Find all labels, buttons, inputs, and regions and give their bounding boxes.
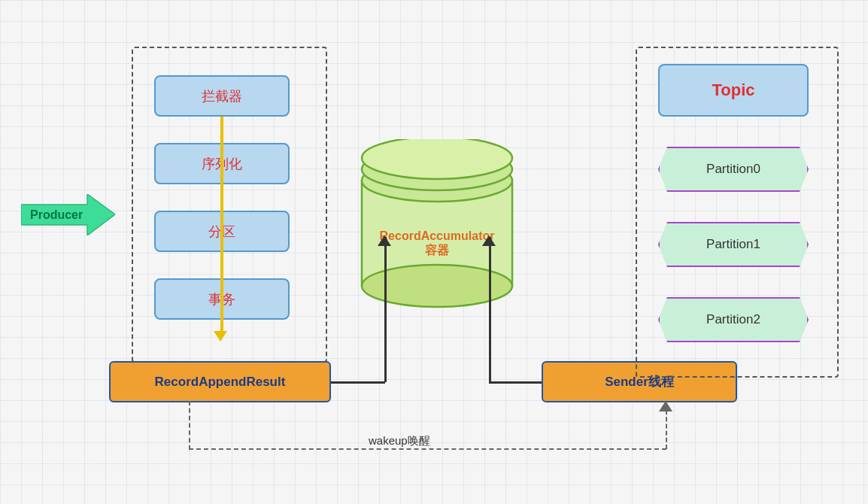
arrow-up-right-head <box>482 235 496 246</box>
wakeup-label: wakeup唤醒 <box>369 434 430 448</box>
svg-point-6 <box>362 139 512 179</box>
accumulator-cylinder: RecordAccumulator 容器 <box>358 139 516 312</box>
arrow-up-left-head <box>378 235 391 246</box>
v-line-left <box>384 237 387 382</box>
intercept-component: 拦截器 <box>154 75 290 117</box>
flow-arrow-line <box>220 117 223 335</box>
flow-arrow-head <box>214 331 227 342</box>
producer-arrow: Producer <box>21 194 115 238</box>
wakeup-v-left <box>189 401 190 450</box>
wakeup-arrow-up <box>659 401 672 411</box>
accumulator-label: RecordAccumulator 容器 <box>380 229 495 259</box>
partition0: Partition0 <box>658 147 809 192</box>
h-line-left <box>331 381 385 384</box>
v-line-right <box>489 237 491 382</box>
h-line-right <box>489 381 543 384</box>
record-append-result: RecordAppendResult <box>109 361 331 402</box>
diagram-canvas: Producer 拦截器 序列化 分区 事务 RecordAppendResul… <box>0 0 868 504</box>
svg-text:Producer: Producer <box>30 208 83 221</box>
partition2: Partition2 <box>658 297 809 342</box>
wakeup-h-bottom <box>189 448 666 450</box>
topic-box: Topic <box>658 64 809 117</box>
partition1: Partition1 <box>658 222 809 267</box>
